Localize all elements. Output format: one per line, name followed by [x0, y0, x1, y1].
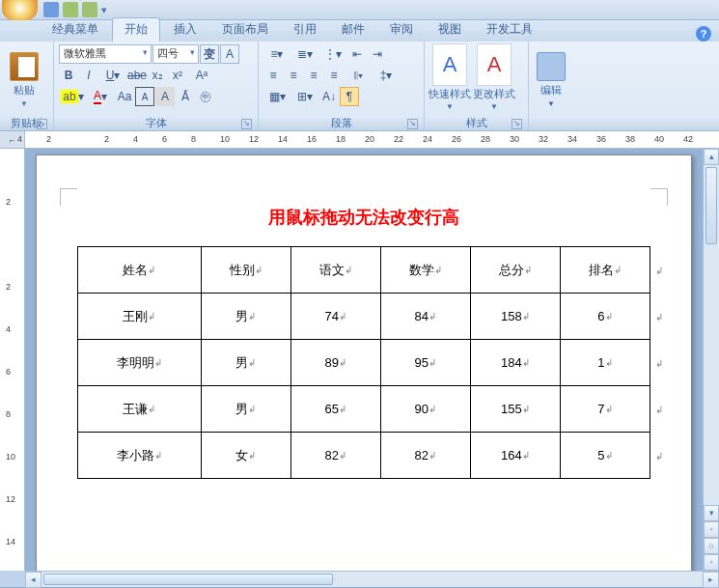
table-row[interactable]: 王谦↲男↲65↲90↲155↲7↲↲: [78, 386, 650, 433]
scroll-left-icon[interactable]: ◂: [25, 572, 41, 588]
tab-7[interactable]: 视图: [427, 18, 473, 42]
char-border-button[interactable]: A: [135, 87, 154, 106]
phonetic-button[interactable]: A̋: [176, 87, 195, 106]
office-button[interactable]: [2, 0, 38, 20]
table-cell[interactable]: 王谦↲: [78, 386, 202, 433]
distribute-button[interactable]: ⫴▾: [345, 66, 372, 85]
tab-0[interactable]: 经典菜单: [41, 18, 110, 42]
document-area[interactable]: 用鼠标拖动无法改变行高 姓名↲性别↲语文↲数学↲总分↲排名↲↲王刚↲男↲74↲8…: [25, 149, 703, 571]
table-cell[interactable]: 王刚↲: [78, 294, 202, 340]
table-cell[interactable]: 6↲↲: [560, 294, 650, 340]
numbering-button[interactable]: ≣▾: [291, 44, 318, 64]
table-row[interactable]: 李小路↲女↲82↲82↲164↲5↲↲: [78, 433, 650, 479]
show-marks-button[interactable]: ¶: [340, 87, 359, 106]
table-cell[interactable]: 语文↲: [290, 247, 380, 294]
table-row[interactable]: 李明明↲男↲89↲95↲184↲1↲↲: [78, 340, 650, 386]
table-cell[interactable]: 排名↲↲: [560, 247, 650, 294]
italic-button[interactable]: I: [79, 66, 98, 85]
scroll-thumb[interactable]: [705, 167, 717, 244]
table-cell[interactable]: 性别↲: [201, 247, 290, 294]
table-cell[interactable]: 姓名↲: [78, 247, 202, 294]
font-color-button[interactable]: A▾: [87, 87, 114, 106]
table-cell[interactable]: 1↲↲: [560, 340, 650, 386]
bold-button[interactable]: B: [59, 66, 78, 85]
decrease-indent-button[interactable]: ⇤: [347, 44, 367, 64]
underline-button[interactable]: U▾: [99, 66, 126, 85]
font-size-select[interactable]: 四号: [152, 44, 199, 64]
scroll-right-icon[interactable]: ▸: [703, 572, 719, 588]
bullets-button[interactable]: ≡▾: [263, 44, 290, 64]
horizontal-scrollbar[interactable]: ◂ ▸: [25, 571, 719, 587]
help-icon[interactable]: ?: [696, 26, 711, 42]
table-cell[interactable]: 总分↲: [470, 247, 560, 294]
char-shading-button[interactable]: A: [155, 87, 175, 106]
justify-button[interactable]: ≡: [324, 66, 344, 85]
subscript-button[interactable]: x₂: [148, 66, 167, 85]
table-cell[interactable]: 89↲: [290, 340, 380, 386]
tab-4[interactable]: 引用: [282, 18, 328, 42]
line-spacing-button[interactable]: ‡▾: [373, 66, 400, 85]
save-icon[interactable]: [43, 2, 59, 17]
dialog-launcher-icon[interactable]: ↘: [512, 119, 522, 129]
align-right-button[interactable]: ≡: [304, 66, 323, 85]
data-table[interactable]: 姓名↲性别↲语文↲数学↲总分↲排名↲↲王刚↲男↲74↲84↲158↲6↲↲李明明…: [77, 246, 650, 479]
superscript-button[interactable]: x²: [168, 66, 187, 85]
next-page-icon[interactable]: ◦: [704, 554, 719, 571]
table-cell[interactable]: 90↲: [380, 386, 470, 433]
sort-button[interactable]: A↓: [319, 87, 339, 106]
paste-button[interactable]: 粘贴 ▼: [4, 43, 44, 116]
align-center-button[interactable]: ≡: [284, 66, 303, 85]
prev-page-icon[interactable]: ◦: [704, 521, 719, 538]
table-cell[interactable]: 82↲: [380, 433, 470, 479]
table-cell[interactable]: 男↲: [201, 340, 290, 386]
table-cell[interactable]: 82↲: [290, 433, 380, 479]
table-row[interactable]: 姓名↲性别↲语文↲数学↲总分↲排名↲↲: [78, 247, 650, 294]
clear-format-button[interactable]: Aª: [188, 66, 215, 85]
table-cell[interactable]: 184↲: [470, 340, 560, 386]
highlight-button[interactable]: ab▾: [59, 87, 86, 106]
grow-font-button[interactable]: 变: [200, 44, 219, 64]
editing-button[interactable]: 编辑▼: [533, 43, 569, 116]
borders-button[interactable]: ⊞▾: [291, 87, 318, 106]
change-case-button[interactable]: Aa: [115, 87, 134, 106]
table-cell[interactable]: 男↲: [201, 386, 290, 433]
table-cell[interactable]: 李小路↲: [78, 433, 202, 479]
table-cell[interactable]: 158↲: [470, 294, 560, 340]
align-left-button[interactable]: ≡: [263, 66, 283, 85]
table-cell[interactable]: 数学↲: [380, 247, 470, 294]
tab-8[interactable]: 开发工具: [475, 18, 544, 42]
table-cell[interactable]: 164↲: [470, 433, 560, 479]
horizontal-ruler[interactable]: ⌐ 42246810121416182022242628303234363840…: [0, 131, 719, 149]
scroll-up-icon[interactable]: ▴: [704, 149, 719, 165]
page[interactable]: 用鼠标拖动无法改变行高 姓名↲性别↲语文↲数学↲总分↲排名↲↲王刚↲男↲74↲8…: [36, 154, 692, 571]
table-row[interactable]: 王刚↲男↲74↲84↲158↲6↲↲: [78, 294, 650, 340]
quick-styles-button[interactable]: A 快速样式▼: [429, 43, 471, 116]
dialog-launcher-icon[interactable]: ↘: [37, 119, 47, 129]
table-cell[interactable]: 84↲: [380, 294, 470, 340]
enclose-button[interactable]: ㊥: [196, 87, 215, 106]
tab-3[interactable]: 页面布局: [210, 18, 280, 42]
table-cell[interactable]: 李明明↲: [78, 340, 202, 386]
shading-button[interactable]: ▦▾: [263, 87, 290, 106]
change-styles-button[interactable]: A 更改样式▼: [473, 43, 515, 116]
scroll-thumb-h[interactable]: [43, 574, 333, 585]
tab-6[interactable]: 审阅: [378, 18, 425, 42]
dialog-launcher-icon[interactable]: ↘: [407, 119, 418, 129]
table-cell[interactable]: 74↲: [290, 294, 380, 340]
vertical-ruler[interactable]: 22468101214: [0, 149, 25, 571]
tab-5[interactable]: 邮件: [330, 18, 376, 42]
redo-icon[interactable]: [82, 2, 97, 17]
qat-dropdown-icon[interactable]: ▾: [101, 4, 107, 16]
shrink-font-button[interactable]: A: [220, 44, 239, 64]
browse-object-icon[interactable]: ○: [704, 538, 719, 554]
tab-2[interactable]: 插入: [162, 18, 208, 42]
table-cell[interactable]: 65↲: [290, 386, 380, 433]
table-cell[interactable]: 7↲↲: [560, 386, 650, 433]
table-cell[interactable]: 155↲: [470, 386, 560, 433]
tab-1[interactable]: 开始: [112, 17, 160, 42]
document-title[interactable]: 用鼠标拖动无法改变行高: [77, 206, 650, 229]
scroll-down-icon[interactable]: ▾: [704, 505, 719, 521]
vertical-scrollbar[interactable]: ▴ ▾ ◦ ○ ◦: [703, 149, 719, 571]
table-cell[interactable]: 95↲: [380, 340, 470, 386]
undo-icon[interactable]: [63, 2, 78, 17]
